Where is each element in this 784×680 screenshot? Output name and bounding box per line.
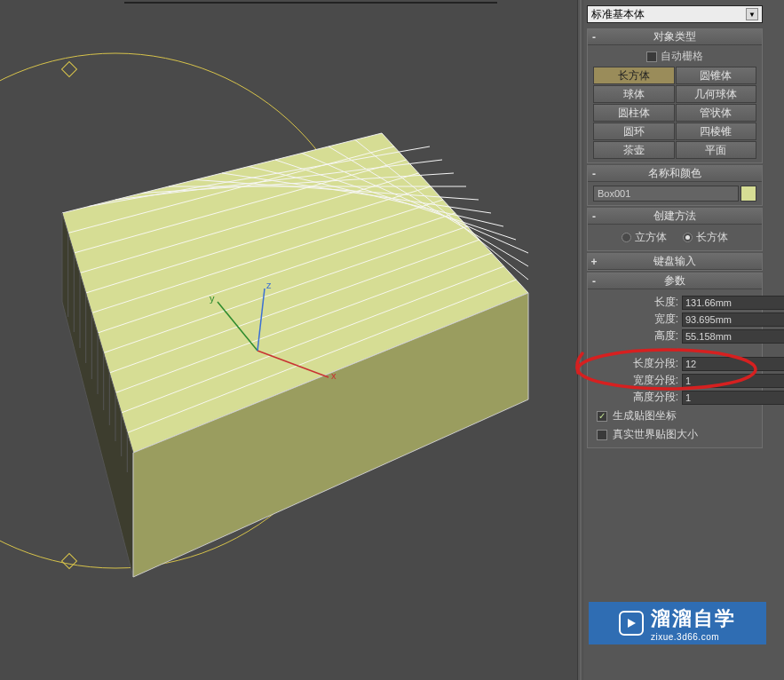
rollout-title: 参数 xyxy=(588,273,762,289)
dropdown-value: 标准基本体 xyxy=(591,7,645,22)
param-length: 长度: ▲▼ xyxy=(593,295,756,310)
real-world-checkbox[interactable] xyxy=(597,430,607,440)
chevron-down-icon: ▼ xyxy=(746,8,758,20)
rollout-header-keyboard[interactable]: + 键盘输入 xyxy=(588,254,762,270)
gen-map-label: 生成贴图坐标 xyxy=(613,408,677,423)
watermark-url: zixue.3d66.com xyxy=(651,632,736,642)
svg-text:y: y xyxy=(210,293,215,304)
rollout-parameters: - 参数 长度: ▲▼ 宽度: ▲▼ xyxy=(587,273,763,448)
object-button-grid: 长方体 圆锥体 球体 几何球体 圆柱体 管状体 圆环 四棱锥 茶壶 平面 xyxy=(593,67,756,159)
rollout-creation-method: - 创建方法 立方体 长方体 xyxy=(587,208,763,251)
rollout-name-color: - 名称和颜色 xyxy=(587,165,763,206)
rollout-header-name[interactable]: - 名称和颜色 xyxy=(588,166,762,182)
radio-icon xyxy=(683,233,693,242)
rollout-header-params[interactable]: - 参数 xyxy=(588,273,762,289)
btn-torus[interactable]: 圆环 xyxy=(593,123,675,140)
btn-box[interactable]: 长方体 xyxy=(593,67,675,84)
btn-sphere[interactable]: 球体 xyxy=(593,85,675,103)
viewport-svg: x y z xyxy=(0,0,577,680)
play-icon xyxy=(619,611,644,636)
rollout-header-object-type[interactable]: - 对象类型 xyxy=(588,29,762,45)
svg-marker-40 xyxy=(628,619,636,628)
radio-icon xyxy=(622,233,631,242)
radio-box[interactable]: 长方体 xyxy=(683,230,728,245)
rollout-keyboard-entry: + 键盘输入 xyxy=(587,253,763,271)
param-width: 宽度: ▲▼ xyxy=(593,312,756,327)
object-name-input[interactable] xyxy=(593,186,739,202)
btn-cone[interactable]: 圆锥体 xyxy=(676,67,757,84)
panel-divider xyxy=(580,0,583,680)
selection-handle-top[interactable] xyxy=(62,62,77,77)
param-height: 高度: ▲▼ xyxy=(593,328,756,344)
svg-text:z: z xyxy=(266,280,272,290)
side-panel: 标准基本体 ▼ - 对象类型 自动栅格 长方体 圆锥体 球体 几何球体 圆柱体 xyxy=(577,0,784,680)
param-height-segs: 高度分段: ▲▼ xyxy=(593,390,756,405)
rollout-header-creation[interactable]: - 创建方法 xyxy=(588,209,762,225)
gen-map-checkbox[interactable]: ✓ xyxy=(597,411,607,422)
autogrid-checkbox[interactable] xyxy=(646,51,657,62)
radio-cube[interactable]: 立方体 xyxy=(622,230,667,245)
btn-teapot[interactable]: 茶壶 xyxy=(593,141,675,159)
spinner-length[interactable]: ▲▼ xyxy=(682,296,756,310)
spinner-length-segs[interactable]: ▲▼ xyxy=(682,357,756,371)
btn-plane[interactable]: 平面 xyxy=(676,141,757,159)
rollout-title: 创建方法 xyxy=(588,209,762,224)
btn-cylinder[interactable]: 圆柱体 xyxy=(593,104,675,122)
btn-pyramid[interactable]: 四棱锥 xyxy=(676,123,757,140)
spinner-height-segs[interactable]: ▲▼ xyxy=(682,391,756,405)
spinner-width[interactable]: ▲▼ xyxy=(682,312,756,327)
param-width-segs: 宽度分段: ▲▼ xyxy=(593,373,756,388)
real-world-label: 真实世界贴图大小 xyxy=(613,427,698,442)
category-dropdown[interactable]: 标准基本体 ▼ xyxy=(587,5,763,23)
rollout-title: 名称和颜色 xyxy=(588,166,762,181)
svg-text:x: x xyxy=(331,370,337,381)
spinner-height[interactable]: ▲▼ xyxy=(682,329,756,344)
btn-tube[interactable]: 管状体 xyxy=(676,104,757,122)
rollout-title: 键盘输入 xyxy=(588,254,762,269)
rollout-title: 对象类型 xyxy=(588,29,762,44)
autogrid-label: 自动栅格 xyxy=(661,49,703,64)
selection-handle-bottom[interactable] xyxy=(62,554,77,569)
viewport-area[interactable]: x y z xyxy=(0,0,577,680)
btn-geosphere[interactable]: 几何球体 xyxy=(676,85,757,103)
spinner-width-segs[interactable]: ▲▼ xyxy=(682,374,756,388)
watermark: 溜溜自学 zixue.3d66.com xyxy=(589,602,766,644)
watermark-brand: 溜溜自学 xyxy=(651,605,736,632)
color-swatch[interactable] xyxy=(740,186,756,202)
rollout-object-type: - 对象类型 自动栅格 长方体 圆锥体 球体 几何球体 圆柱体 管状体 圆环 四… xyxy=(587,28,763,163)
param-length-segs: 长度分段: ▲▼ xyxy=(593,356,756,371)
